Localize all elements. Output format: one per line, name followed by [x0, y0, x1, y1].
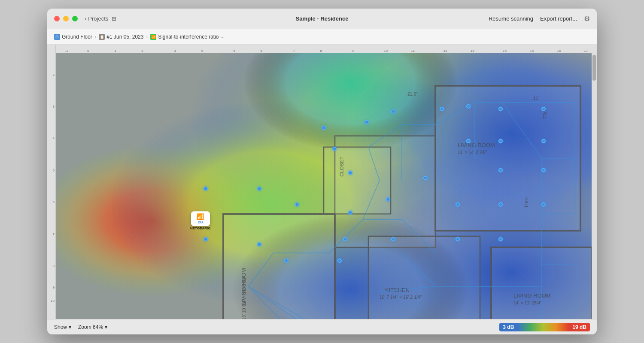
v-tick-7: 7: [53, 232, 55, 236]
legend-low-label: 3 dB: [499, 323, 517, 331]
svg-text:HALL: HALL: [524, 197, 529, 208]
export-report-button[interactable]: Export report...: [540, 15, 577, 22]
h-tick-8: 8: [320, 49, 322, 53]
svg-text:11' × 14' 2 7/8": 11' × 14' 2 7/8": [458, 150, 487, 155]
chevron-left-icon: ‹: [85, 15, 86, 22]
dot-10: [322, 126, 326, 130]
dot-25: [541, 202, 546, 207]
wifi-icon: 📶: [197, 213, 204, 220]
dot-11: [365, 120, 369, 124]
h-tick-0: 0: [87, 49, 89, 53]
h-tick-4: 4: [201, 49, 203, 53]
dot-12: [391, 109, 395, 114]
dot-30: [343, 237, 347, 241]
layout-button[interactable]: ⊞: [112, 15, 116, 22]
dot-24: [498, 202, 503, 207]
h-tick-14: 14: [503, 49, 507, 53]
breadcrumb-bar: ⊞ Ground Floor › 📋 #1 Jun 05, 2023 › 📶 S…: [47, 29, 597, 45]
v-tick-4: 4: [53, 136, 55, 140]
horizontal-ruler: -1 0 1 2 3 4 5 6 7 8 9 10 11 12 13 14 15…: [56, 45, 597, 53]
main-content: 2 3 4 5 6 7 8 9 10 -1 0 1 2 3 4 5 6: [47, 45, 597, 319]
v-tick-3: 3: [53, 105, 55, 108]
ap-icon: 📶 2G: [191, 211, 210, 226]
svg-rect-12: [368, 236, 480, 319]
v-tick-10: 10: [51, 298, 55, 302]
bottom-bar: Show ▾ Zoom 64% ▾ 3 dB 19 dB: [47, 319, 597, 334]
v-tick-8: 8: [53, 264, 55, 268]
h-tick-3: 3: [174, 49, 176, 53]
h-tick-11: 11: [411, 49, 415, 53]
dot-28: [498, 237, 503, 241]
dot-18: [541, 107, 546, 111]
v-tick-2: 2: [53, 72, 55, 76]
dot-8: [348, 171, 352, 175]
svg-text:CLOSET: CLOSET: [339, 156, 344, 177]
svg-text:15' 10 3/4" × 15' 6 3/4": 15' 10 3/4" × 15' 6 3/4": [242, 275, 246, 319]
v-tick-9: 9: [53, 285, 55, 289]
legend-gradient: [517, 323, 569, 331]
scan-label: #1 Jun 05, 2023: [106, 34, 143, 40]
show-label: Show: [54, 324, 67, 330]
h-tick-6: 6: [261, 49, 262, 53]
map-area[interactable]: LIVING ROOM 15' 10 3/4" × 15' 6 3/4" LIV…: [56, 53, 592, 319]
layout-icon: ⊞: [112, 15, 116, 22]
h-tick-13: 13: [471, 49, 474, 53]
svg-text:21.6': 21.6': [407, 92, 417, 96]
maximize-button[interactable]: [72, 16, 78, 21]
dot-1: [204, 187, 208, 191]
resume-scanning-button[interactable]: Resume scanning: [489, 15, 533, 22]
breadcrumb-scan[interactable]: 📋 #1 Jun 05, 2023: [99, 34, 143, 40]
h-tick-12: 12: [444, 49, 447, 53]
breadcrumb-sep-2: ›: [146, 34, 148, 39]
vertical-scrollbar[interactable]: [592, 53, 597, 319]
svg-text:11': 11': [533, 96, 539, 101]
titlebar: ‹ Projects ⊞ Sample - Residence Resume s…: [47, 9, 597, 29]
dot-29: [348, 211, 352, 215]
svg-text:14' × 11' 23/4": 14' × 11' 23/4": [513, 301, 542, 305]
ruler-top-container: -1 0 1 2 3 4 5 6 7 8 9 10 11 12 13 14 15…: [56, 45, 597, 319]
show-dropdown-icon: ▾: [69, 324, 71, 330]
dot-9: [332, 147, 337, 151]
dot-31: [391, 237, 395, 241]
dot-3: [204, 237, 208, 241]
h-tick--1: -1: [65, 49, 68, 53]
breadcrumb-floor[interactable]: ⊞ Ground Floor: [54, 34, 92, 40]
zoom-button[interactable]: Zoom 64% ▾: [78, 324, 107, 330]
h-tick-10: 10: [384, 49, 388, 53]
dot-15: [440, 107, 444, 111]
dot-19: [466, 139, 471, 143]
window-title: Sample - Residence: [296, 15, 349, 22]
dot-13: [386, 197, 390, 202]
svg-rect-13: [324, 147, 391, 214]
signal-icon: 📶: [150, 34, 156, 40]
svg-text:LIVING ROOM: LIVING ROOM: [458, 142, 495, 148]
dot-2: [257, 187, 261, 191]
scan-icon: 📋: [99, 34, 105, 40]
projects-link[interactable]: Projects: [88, 15, 108, 22]
breadcrumb-metric[interactable]: 📶 Signal-to-interference ratio ⌄: [150, 34, 224, 40]
dot-7: [295, 202, 299, 207]
minimize-button[interactable]: [63, 16, 69, 21]
h-tick-5: 5: [234, 49, 235, 53]
titlebar-actions: Resume scanning Export report... ⚙: [489, 15, 590, 23]
dot-22: [498, 168, 503, 172]
ap-marker[interactable]: 📶 2G NETGEAR01: [190, 211, 211, 230]
filter-icon[interactable]: ⚙: [584, 15, 590, 23]
dot-23: [541, 168, 546, 172]
h-tick-15: 15: [530, 49, 534, 53]
v-tick-5: 5: [53, 168, 55, 172]
dot-14: [423, 176, 428, 180]
scrollbar-thumb[interactable]: [592, 55, 596, 81]
close-button[interactable]: [54, 16, 60, 21]
show-button[interactable]: Show ▾: [54, 324, 71, 330]
zoom-label: Zoom 64%: [78, 324, 103, 330]
back-button[interactable]: ‹ Projects: [85, 15, 108, 22]
nav-controls: ‹ Projects ⊞: [85, 15, 116, 22]
h-tick-7: 7: [293, 49, 295, 53]
h-tick-9: 9: [352, 49, 354, 53]
main-window: ‹ Projects ⊞ Sample - Residence Resume s…: [47, 9, 597, 334]
h-tick-16: 16: [557, 49, 561, 53]
h-tick-2: 2: [141, 49, 143, 53]
breadcrumb-sep-1: ›: [95, 34, 97, 39]
dot-6: [337, 259, 342, 263]
